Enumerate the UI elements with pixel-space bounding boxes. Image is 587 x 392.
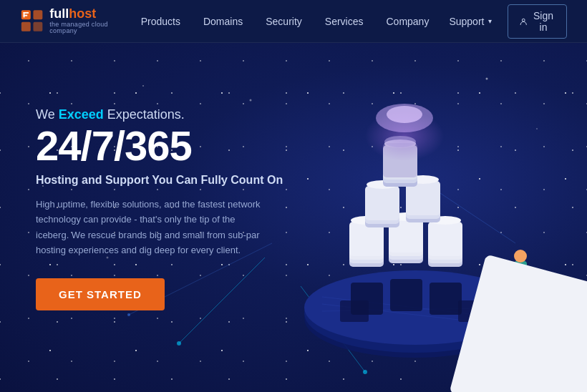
nav-security[interactable]: Security (256, 11, 312, 31)
svg-rect-69 (503, 265, 515, 269)
svg-rect-50 (365, 186, 399, 220)
svg-rect-68 (521, 279, 527, 295)
svg-point-17 (250, 99, 252, 102)
svg-point-7 (523, 19, 525, 21)
hero-illustration (258, 72, 544, 386)
chevron-down-icon: ▾ (488, 17, 492, 25)
svg-point-64 (387, 106, 422, 123)
get-started-button[interactable]: GET STARTED (36, 278, 165, 310)
main-nav: Products Domains Security Services Compa… (131, 11, 440, 31)
svg-rect-1 (33, 11, 42, 20)
nav-products[interactable]: Products (131, 11, 190, 31)
svg-rect-2 (21, 22, 31, 31)
svg-rect-46 (428, 222, 462, 256)
hero-headline: 24/7/365 (36, 125, 283, 167)
svg-point-62 (384, 136, 416, 147)
logo[interactable]: fullhost the managed cloud company (20, 7, 131, 36)
hero-content: We Exceed Expectations. 24/7/365 Hosting… (36, 107, 283, 310)
svg-rect-32 (458, 300, 487, 322)
sign-in-button[interactable]: Sign in (508, 4, 567, 39)
hero-tagline: We Exceed Expectations. (36, 107, 283, 122)
logo-text: fullhost the managed cloud company (49, 7, 131, 36)
svg-rect-61 (383, 143, 417, 177)
svg-rect-3 (33, 22, 42, 31)
logo-name: fullhost (49, 7, 131, 21)
site-header: fullhost the managed cloud company Produ… (0, 0, 587, 43)
nav-domains[interactable]: Domains (193, 11, 253, 31)
svg-rect-29 (390, 279, 422, 311)
hero-description: High uptime, flexible solutions, and the… (36, 197, 265, 258)
svg-rect-31 (340, 300, 369, 322)
svg-point-14 (127, 313, 130, 316)
server-illustration (258, 72, 544, 386)
svg-rect-67 (514, 279, 520, 295)
hero-section: We Exceed Expectations. 24/7/365 Hosting… (0, 43, 587, 392)
svg-point-16 (142, 85, 144, 87)
svg-rect-30 (430, 283, 462, 315)
logo-icon (20, 8, 44, 34)
logo-sub: the managed cloud company (49, 21, 131, 36)
svg-rect-70 (491, 260, 507, 271)
hero-subtitle: Hosting and Support You Can Fully Count … (36, 174, 283, 187)
nav-support[interactable]: Support ▾ (439, 11, 502, 31)
svg-point-66 (514, 250, 527, 263)
nav-company[interactable]: Company (376, 11, 439, 31)
user-icon (520, 16, 527, 26)
svg-rect-71 (493, 261, 505, 270)
svg-point-12 (177, 341, 181, 346)
svg-rect-6 (24, 15, 28, 16)
svg-rect-65 (514, 261, 527, 281)
nav-services[interactable]: Services (315, 11, 374, 31)
